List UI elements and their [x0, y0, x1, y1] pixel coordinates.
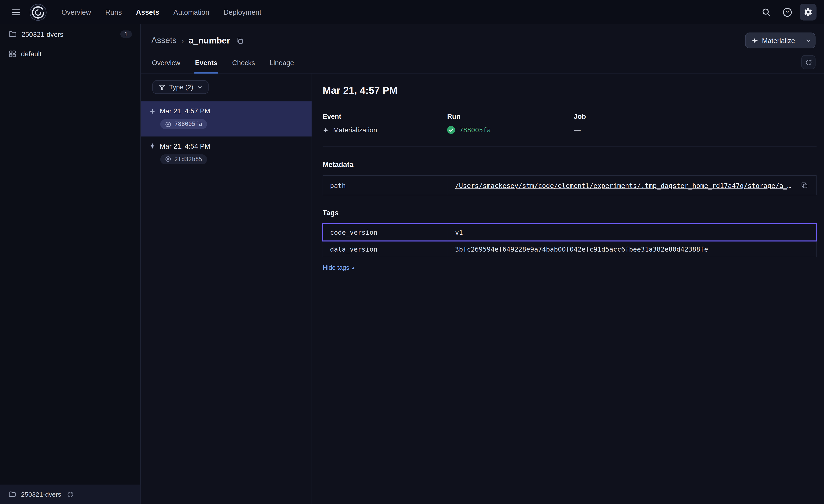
job-label: Job: [574, 112, 586, 120]
refresh-button[interactable]: [801, 55, 816, 70]
tag-value: v1: [448, 224, 816, 240]
asset-group-icon: [8, 50, 16, 58]
run-status-icon: [165, 121, 171, 127]
content-split: Type (2) Mar 21, 4:57 PM: [141, 74, 824, 504]
materialization-sparkle-icon: [149, 108, 156, 114]
chevron-down-icon: [197, 85, 202, 90]
event-detail-panel: Mar 21, 4:57 PM Event Materialization Ru…: [312, 74, 824, 504]
nav-deployment[interactable]: Deployment: [223, 8, 261, 16]
type-filter-button[interactable]: Type (2): [152, 80, 208, 94]
run-id-pill: 2fd32b85: [160, 154, 207, 164]
topbar-actions: ?: [758, 4, 817, 20]
copy-asset-name-button[interactable]: [235, 35, 245, 45]
metadata-heading: Metadata: [323, 161, 816, 168]
tags-heading: Tags: [323, 209, 816, 217]
materialization-sparkle-icon: [149, 143, 156, 149]
footer-code-location-label: 250321-dvers: [21, 491, 61, 498]
sidebar-item-default-group[interactable]: default: [0, 44, 140, 64]
event-type-value: Materialization: [333, 126, 377, 134]
tag-key: code_version: [323, 224, 448, 240]
top-nav: Overview Runs Assets Automation Deployme…: [62, 8, 261, 16]
run-success-icon: [447, 126, 455, 134]
job-value: —: [574, 126, 581, 134]
asset-name: a_number: [189, 35, 230, 45]
hamburger-button[interactable]: [7, 4, 24, 20]
metadata-row: path /Users/smackesey/stm/code/elementl/…: [323, 176, 816, 195]
run-id: 788005fa: [175, 121, 202, 128]
filter-icon: [159, 84, 166, 91]
nav-assets[interactable]: Assets: [136, 8, 159, 16]
nav-automation[interactable]: Automation: [174, 8, 209, 16]
run-label: Run: [447, 112, 574, 120]
materialize-label: Materialize: [762, 36, 795, 44]
materialize-sparkle-icon: [751, 37, 758, 44]
main-content: Assets › a_number Materialize: [141, 24, 824, 504]
nav-overview[interactable]: Overview: [62, 8, 91, 16]
event-timestamp: Mar 21, 4:57 PM: [160, 107, 210, 115]
event-label: Event: [323, 112, 447, 120]
sidebar-item-code-location[interactable]: 250321-dvers 1: [0, 24, 140, 44]
tab-checks[interactable]: Checks: [232, 53, 255, 74]
dagster-logo[interactable]: [29, 3, 47, 21]
tab-overview[interactable]: Overview: [151, 53, 181, 74]
hamburger-menu-icon: [11, 7, 21, 17]
section-divider: [323, 146, 816, 147]
metadata-key: path: [323, 176, 448, 195]
breadcrumb-assets-link[interactable]: Assets: [151, 36, 177, 45]
chevron-down-icon: [805, 38, 811, 43]
asset-count-badge: 1: [120, 30, 132, 38]
tag-value: 3bfc269594ef649228e9a74bab00f042efc91d5a…: [448, 241, 816, 257]
run-id: 2fd32b85: [175, 156, 202, 163]
tag-row-data-version: data_version 3bfc269594ef649228e9a74bab0…: [323, 241, 816, 257]
run-status-icon: [165, 156, 171, 162]
hide-tags-link[interactable]: Hide tags ▴: [323, 264, 354, 271]
event-list-item[interactable]: Mar 21, 4:57 PM 788005fa: [141, 101, 312, 136]
refresh-icon: [805, 58, 812, 66]
page-header: Assets › a_number Materialize: [141, 24, 824, 51]
search-icon: [761, 7, 771, 17]
metadata-path-link[interactable]: /Users/smackesey/stm/code/elementl/exper…: [455, 181, 795, 189]
help-button[interactable]: ?: [779, 4, 796, 20]
sidebar: 250321-dvers 1 default 250321-dvers: [0, 24, 141, 504]
materialize-button[interactable]: Materialize: [745, 32, 816, 48]
reload-icon[interactable]: [67, 491, 74, 498]
event-summary-row: Event Materialization Run: [323, 112, 816, 134]
settings-button[interactable]: [800, 4, 817, 20]
sidebar-item-label: 250321-dvers: [22, 30, 64, 38]
tab-events[interactable]: Events: [194, 53, 218, 74]
folder-icon: [8, 490, 16, 498]
copy-path-button[interactable]: [800, 180, 809, 190]
copy-icon: [236, 36, 243, 44]
materialization-sparkle-icon: [323, 127, 329, 133]
type-filter-label: Type (2): [169, 84, 193, 91]
metadata-table: path /Users/smackesey/stm/code/elementl/…: [323, 175, 816, 195]
app-window: Overview Runs Assets Automation Deployme…: [0, 0, 824, 504]
topbar: Overview Runs Assets Automation Deployme…: [0, 0, 824, 24]
tag-key: data_version: [323, 241, 448, 257]
event-list-item[interactable]: Mar 21, 4:54 PM 2fd32b85: [141, 136, 312, 171]
events-panel: Type (2) Mar 21, 4:57 PM: [141, 74, 312, 504]
folder-icon: [8, 30, 17, 38]
sidebar-footer: 250321-dvers: [0, 485, 140, 504]
nav-runs[interactable]: Runs: [105, 8, 122, 16]
breadcrumb-separator: ›: [181, 36, 184, 45]
copy-icon: [801, 182, 808, 189]
tag-row-code-version: code_version v1: [323, 224, 816, 240]
event-timestamp: Mar 21, 4:54 PM: [160, 142, 210, 150]
gear-icon: [803, 7, 813, 17]
help-icon: ?: [782, 7, 792, 17]
caret-up-icon: ▴: [352, 265, 354, 270]
tab-lineage[interactable]: Lineage: [269, 53, 294, 74]
breadcrumb: Assets › a_number: [151, 35, 245, 45]
run-id-pill: 788005fa: [160, 119, 207, 129]
tags-table: code_version v1 data_version 3bfc269594e…: [323, 224, 816, 257]
search-button[interactable]: [758, 4, 775, 20]
run-id-link[interactable]: 788005fa: [459, 126, 491, 134]
sidebar-item-label: default: [21, 50, 41, 58]
materialize-dropdown-toggle[interactable]: [801, 33, 815, 48]
svg-text:?: ?: [786, 9, 789, 15]
asset-tabs: Overview Events Checks Lineage: [141, 51, 824, 74]
event-detail-title: Mar 21, 4:57 PM: [323, 85, 816, 97]
